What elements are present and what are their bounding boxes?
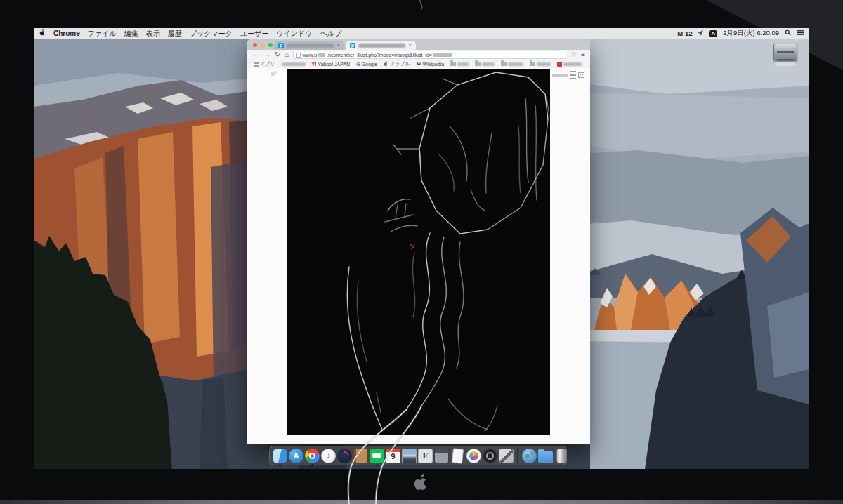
page-icon [296, 53, 301, 58]
hard-drive-icon [773, 44, 797, 61]
bookmark-apple[interactable]: アップル [384, 60, 410, 67]
folder-icon [475, 62, 481, 66]
folder-icon [450, 62, 456, 66]
menu-view[interactable]: 表示 [146, 29, 160, 39]
minimize-window-button[interactable] [261, 43, 265, 47]
downloads-folder-icon[interactable] [538, 449, 553, 463]
bookmark-redacted[interactable] [282, 62, 306, 66]
url-redacted-id [433, 53, 452, 57]
menu-history[interactable]: 履歴 [168, 29, 182, 39]
itunes-icon[interactable]: ♪ [321, 449, 336, 463]
dark-circle-app-icon[interactable] [337, 449, 352, 463]
menu-edit[interactable]: 編集 [124, 29, 138, 39]
drive-label-redacted [775, 62, 796, 66]
bookmark-folder-redacted[interactable] [450, 62, 469, 66]
font-book-icon[interactable]: F [418, 449, 433, 463]
sketch-lines [287, 69, 550, 435]
bookmark-folder-redacted[interactable] [501, 62, 523, 66]
desk-edge-highlight [0, 500, 843, 504]
active-app-name[interactable]: Chrome [53, 29, 80, 37]
page-nav-widget-icon[interactable] [271, 71, 278, 77]
notes-app-icon[interactable] [434, 449, 449, 463]
notification-center-icon[interactable] [797, 29, 804, 37]
menu-bar-clock[interactable]: 2月9日(火) 6:20:09 [723, 29, 779, 38]
bookmark-apps[interactable]: アプリ [254, 60, 275, 67]
apps-label: アプリ [260, 60, 275, 67]
desktop-drive-icon[interactable] [771, 44, 799, 66]
globe-stack-icon[interactable] [522, 449, 537, 463]
dock: A ♪ [269, 446, 567, 465]
dock-separator [517, 447, 518, 464]
yahoo-icon: Y! [312, 62, 317, 67]
apple-bookmark-icon [384, 61, 388, 67]
tab-title-redacted [287, 44, 334, 48]
folder-icon [530, 62, 535, 66]
manga-illustration-image[interactable] [287, 69, 550, 435]
back-icon[interactable]: ← [252, 51, 259, 58]
url-text-start: www.p [302, 53, 317, 58]
reload-icon[interactable]: ↻ [275, 51, 280, 58]
google-icon: G [356, 62, 360, 67]
bookmark-folder-redacted[interactable] [530, 62, 551, 66]
menu-file[interactable]: ファイル [88, 29, 117, 39]
image-tool-app-icon[interactable] [499, 449, 514, 463]
tab-2-active[interactable]: p × [346, 41, 416, 50]
document-icon[interactable] [450, 449, 465, 463]
page-count-redacted [552, 74, 568, 77]
bookmark-google[interactable]: G Google [356, 62, 377, 67]
bookmark-folder-redacted[interactable] [475, 62, 495, 66]
home-icon[interactable]: ⌂ [285, 51, 289, 58]
imac-display: Chrome ファイル 編集 表示 履歴 ブックマーク ユーザー ウインドウ ヘ… [34, 28, 809, 469]
folder-icon [501, 62, 507, 66]
imac-bezel-apple-logo [413, 473, 430, 496]
menu-help[interactable]: ヘルプ [320, 29, 342, 39]
photo-of-imac-screen: Chrome ファイル 編集 表示 履歴 ブックマーク ユーザー ウインドウ ヘ… [0, 0, 843, 504]
wikipedia-icon: W [417, 61, 422, 67]
url-redacted-domain [318, 53, 325, 57]
zoom-window-button[interactable] [268, 43, 273, 47]
app-store-icon[interactable]: A [289, 449, 303, 463]
tab-close-icon[interactable]: × [336, 43, 340, 48]
bookmark-yahoo-japan[interactable]: Y! Yahoo! JAPAN [312, 62, 351, 67]
address-bar[interactable]: www.p .net/member_illust.php?mode=manga&… [293, 51, 566, 59]
spotlight-search-icon[interactable] [785, 29, 791, 37]
photos-app-icon[interactable] [466, 449, 481, 463]
location-arrow-icon[interactable] [698, 29, 703, 37]
dark-dial-app-icon[interactable] [483, 449, 497, 463]
tab-strip: p × p × [247, 39, 590, 50]
line-app-icon[interactable] [370, 449, 384, 463]
apps-grid-icon [254, 62, 259, 67]
bookmark-star-icon[interactable]: ☆ [570, 51, 577, 58]
photo-thumbnail-icon[interactable] [402, 449, 417, 463]
url-text-mid: .net/member_illust.php?mode=manga&illust… [327, 53, 432, 58]
notebook-app-icon[interactable] [353, 449, 368, 463]
forward-icon[interactable]: → [263, 51, 270, 58]
thumbnail-view-icon[interactable] [578, 72, 584, 78]
pixiv-favicon: p [278, 43, 284, 48]
menu-bar: Chrome ファイル 編集 表示 履歴 ブックマーク ユーザー ウインドウ ヘ… [34, 28, 809, 39]
bookmark-wikipedia[interactable]: W Wikipedia [417, 61, 444, 67]
list-view-icon[interactable] [570, 71, 576, 79]
menu-users[interactable]: ユーザー [240, 29, 268, 39]
page-content [247, 68, 590, 444]
finder-icon[interactable] [273, 449, 287, 463]
menu-bookmarks[interactable]: ブックマーク [190, 29, 233, 39]
tab-close-icon[interactable]: × [408, 43, 412, 48]
browser-toolbar: ← → ↻ ⌂ www.p .net/member_illust.php?mod… [247, 50, 590, 60]
chrome-icon[interactable] [305, 449, 320, 463]
status-indicator[interactable]: M 12 [677, 29, 692, 37]
trash-icon[interactable] [554, 449, 569, 463]
close-window-button[interactable] [253, 43, 257, 47]
red-site-icon [557, 62, 562, 67]
chrome-window: p × p × ← → ↻ ⌂ www. [247, 39, 590, 444]
tab-title-redacted [358, 44, 405, 48]
chrome-menu-icon[interactable]: ≡ [581, 51, 585, 58]
input-source-badge[interactable]: A [709, 30, 717, 37]
tab-1[interactable]: p × [274, 41, 344, 50]
apple-menu-icon[interactable] [39, 29, 46, 38]
menu-window[interactable]: ウインドウ [276, 29, 312, 39]
calendar-icon[interactable]: 9 [386, 449, 400, 463]
bookmark-red-redacted[interactable] [557, 62, 582, 67]
pixiv-favicon: p [350, 43, 355, 48]
